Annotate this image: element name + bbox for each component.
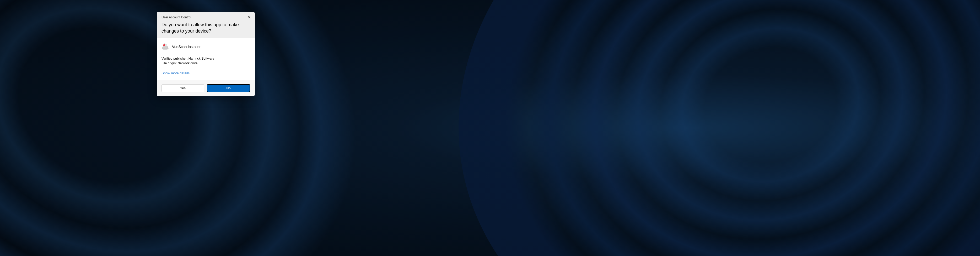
app-icon [162,43,169,50]
svg-point-3 [163,44,165,46]
dialog-footer: Yes No [157,80,255,96]
no-button[interactable]: No [207,84,250,92]
app-info-row: VueScan Installer [162,43,250,50]
uac-dialog: User Account Control Do you want to allo… [157,12,255,96]
dialog-header: User Account Control Do you want to allo… [157,12,255,38]
dialog-title: User Account Control [162,16,250,19]
publisher-line: Verified publisher: Hamrick Software [162,56,250,61]
publisher-info: Verified publisher: Hamrick Software Fil… [162,56,250,66]
origin-line: File origin: Network drive [162,61,250,66]
yes-button[interactable]: Yes [162,84,204,92]
uac-dimming-overlay [0,0,980,256]
dialog-question: Do you want to allow this app to make ch… [162,22,250,34]
dialog-body: VueScan Installer Verified publisher: Ha… [157,38,255,80]
close-button[interactable] [247,14,252,20]
app-name: VueScan Installer [172,45,200,49]
show-details-link[interactable]: Show more details [162,71,189,75]
svg-point-4 [164,45,164,45]
close-icon [248,16,251,19]
